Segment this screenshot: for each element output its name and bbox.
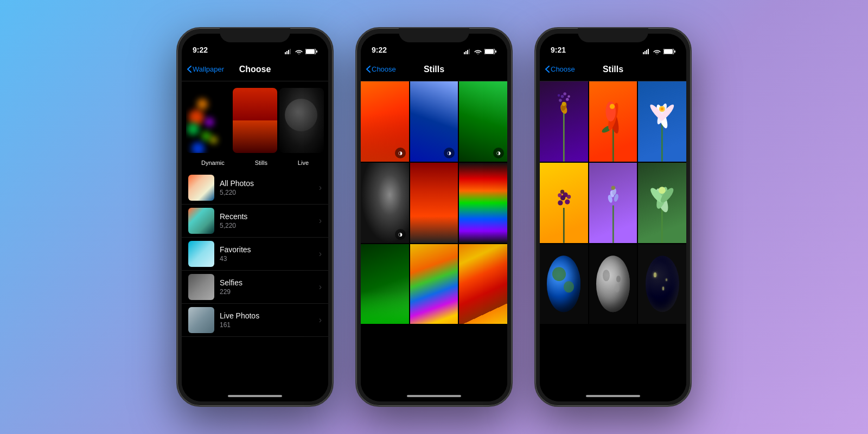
grid-cell-green[interactable]: ◑ — [459, 81, 507, 162]
svg-point-27 — [561, 95, 564, 98]
wifi-icon — [295, 49, 303, 54]
svg-point-50 — [567, 195, 571, 199]
status-bar-2: 9:22 — [361, 34, 507, 58]
album-all-photos[interactable]: All Photos 5,220 › — [182, 171, 328, 205]
recents-count: 5,220 — [220, 222, 314, 229]
chevron-icon-1: › — [319, 216, 322, 226]
stills-grid-screen: ◑ ◑ ◑ ◑ — [361, 81, 507, 391]
svg-rect-20 — [674, 50, 675, 53]
green-flower-svg — [638, 163, 686, 243]
favorites-name: Favorites — [220, 245, 314, 254]
svg-rect-10 — [469, 49, 470, 54]
wifi-icon-2 — [474, 49, 482, 54]
nav-title-2: Stills — [424, 65, 444, 74]
stills-preview[interactable] — [233, 88, 277, 153]
flower-cell-blue[interactable] — [638, 81, 686, 162]
chevron-icon-2: › — [319, 249, 322, 259]
signal-icon-3 — [643, 49, 650, 54]
time-3: 9:21 — [551, 46, 566, 54]
battery-icon — [305, 49, 317, 54]
nav-bar-2: Choose Stills — [361, 58, 507, 81]
home-bar-3 — [586, 395, 640, 397]
flower-cell-yellow[interactable] — [540, 163, 588, 243]
svg-rect-3 — [290, 49, 291, 54]
stills-grid: ◑ ◑ ◑ ◑ — [361, 81, 507, 324]
status-bar-3: 9:21 — [540, 34, 686, 58]
grid-cell-greenstripe[interactable] — [361, 244, 409, 324]
album-favorites[interactable]: Favorites 43 › — [182, 238, 328, 271]
grid-cell-blue[interactable]: ◑ — [410, 81, 458, 162]
moon-cell[interactable] — [589, 244, 637, 324]
phone-3-screen: 9:21 Choose Stills — [540, 34, 686, 401]
svg-rect-2 — [288, 50, 289, 54]
selfies-name: Selfies — [220, 278, 314, 287]
grid-cell-darkswirl[interactable]: ◑ — [361, 163, 409, 243]
flower-cell-lavender[interactable] — [589, 163, 637, 243]
grid-cell-orangestripe[interactable] — [459, 244, 507, 324]
back-button-2[interactable]: Choose — [366, 65, 396, 73]
svg-rect-6 — [316, 50, 317, 53]
time-2: 9:22 — [372, 46, 387, 54]
cell-indicator-3: ◑ — [493, 148, 504, 158]
signal-icon-2 — [464, 49, 471, 54]
flower-cell-green[interactable] — [638, 163, 686, 243]
chevron-icon-3: › — [319, 282, 322, 292]
album-selfies[interactable]: Selfies 229 › — [182, 271, 328, 304]
back-button-3[interactable]: Choose — [545, 65, 575, 73]
home-indicator-2 — [361, 391, 507, 401]
live-preview[interactable] — [279, 88, 324, 153]
album-live[interactable]: Live Photos 161 › — [182, 304, 328, 337]
red-flower-svg — [589, 81, 637, 162]
flower-grid-screen — [540, 81, 686, 391]
home-bar-1 — [228, 395, 282, 397]
yellow-flower-svg — [540, 163, 588, 243]
grid-cell-rainbow[interactable] — [459, 163, 507, 243]
night-earth-cell[interactable] — [638, 244, 686, 324]
selfies-count: 229 — [220, 288, 314, 296]
status-icons-3 — [643, 49, 675, 54]
grid-cell-redwave[interactable] — [410, 163, 458, 243]
grid-cell-yellowstripe[interactable] — [410, 244, 458, 324]
dynamic-preview[interactable] — [186, 88, 231, 153]
svg-point-35 — [605, 101, 615, 122]
cell-indicator-2: ◑ — [444, 148, 455, 158]
svg-point-43 — [661, 107, 664, 111]
back-chevron-icon-2 — [366, 66, 371, 73]
cell-indicator-4: ◑ — [395, 229, 406, 240]
phone-1: 9:22 Wallpaper Choose — [176, 27, 334, 407]
wifi-icon-3 — [653, 49, 661, 54]
grid-cell-orange[interactable]: ◑ — [361, 81, 409, 162]
svg-rect-16 — [646, 50, 647, 54]
back-chevron-icon-3 — [545, 66, 550, 73]
svg-point-45 — [558, 200, 563, 205]
wallpaper-labels: Dynamic Stills Live — [182, 157, 328, 171]
home-indicator-1 — [182, 391, 328, 401]
svg-rect-7 — [464, 52, 465, 54]
svg-rect-0 — [285, 52, 286, 54]
flower-cell-red[interactable] — [589, 81, 637, 162]
status-bar-1: 9:22 — [182, 34, 328, 58]
svg-rect-9 — [467, 50, 468, 54]
album-recents[interactable]: Recents 5,220 › — [182, 205, 328, 238]
stills-label: Stills — [255, 157, 267, 171]
time-1: 9:22 — [193, 46, 208, 54]
phone-1-screen: 9:22 Wallpaper Choose — [182, 34, 328, 401]
phone-2-screen: 9:22 Choose Stills ◑ — [361, 34, 507, 401]
svg-point-51 — [560, 190, 564, 194]
all-photos-count: 5,220 — [220, 189, 314, 196]
selfies-thumb — [188, 274, 214, 300]
live-name: Live Photos — [220, 311, 314, 320]
nav-bar-1: Wallpaper Choose — [182, 58, 328, 81]
choose-screen: Dynamic Stills Live All Photos 5,220 › — [182, 81, 328, 391]
svg-rect-14 — [643, 52, 644, 54]
svg-point-25 — [559, 99, 562, 102]
chevron-icon-0: › — [319, 183, 322, 193]
recents-name: Recents — [220, 212, 314, 221]
battery-icon-3 — [663, 49, 675, 54]
flower-cell-purple[interactable] — [540, 81, 588, 162]
svg-rect-19 — [664, 49, 673, 54]
earth-cell[interactable] — [540, 244, 588, 324]
back-button-1[interactable]: Wallpaper — [187, 65, 224, 73]
live-count: 161 — [220, 321, 314, 329]
svg-point-28 — [563, 92, 566, 95]
